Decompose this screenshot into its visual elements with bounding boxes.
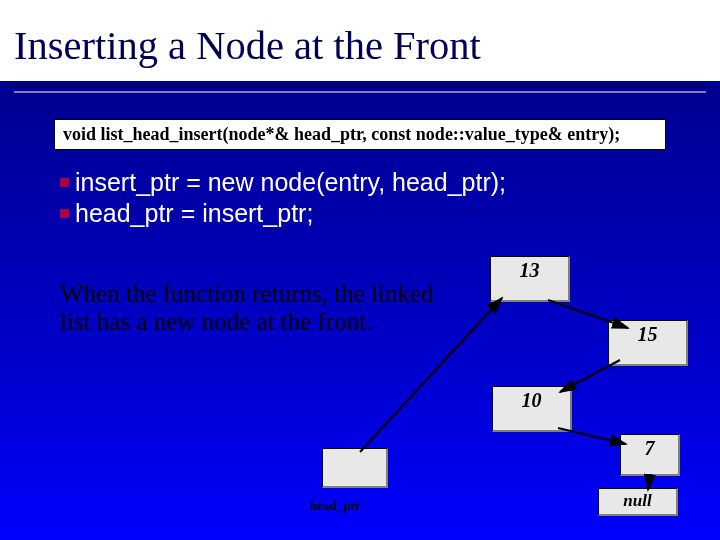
code-text-2: head_ptr = insert_ptr; xyxy=(75,199,313,228)
code-content: insert_ptr = new node(entry, head_ptr); … xyxy=(60,168,720,228)
head-ptr-box xyxy=(322,448,388,488)
node-15-value: 15 xyxy=(609,321,686,346)
node-7: 7 xyxy=(620,434,680,476)
signature-box: void list_head_insert(node*& head_ptr, c… xyxy=(54,119,666,150)
code-text-1: insert_ptr = new node(entry, head_ptr); xyxy=(75,168,506,197)
code-line-2: head_ptr = insert_ptr; xyxy=(60,199,720,228)
node-7-value: 7 xyxy=(621,435,678,460)
node-10: 10 xyxy=(492,386,572,432)
signature-text: void list_head_insert(node*& head_ptr, c… xyxy=(63,124,620,144)
divider-thick xyxy=(14,85,706,88)
bullet-icon xyxy=(60,178,69,187)
divider-thin xyxy=(14,91,706,93)
node-13-value: 13 xyxy=(491,257,568,282)
node-13: 13 xyxy=(490,256,570,302)
title-area: Inserting a Node at the Front xyxy=(0,0,720,81)
explanation-text: When the function returns, the linked li… xyxy=(60,280,440,336)
node-null: null xyxy=(598,488,678,516)
bullet-icon xyxy=(60,209,69,218)
node-null-value: null xyxy=(599,489,676,511)
node-10-value: 10 xyxy=(493,387,570,412)
code-line-1: insert_ptr = new node(entry, head_ptr); xyxy=(60,168,720,197)
head-ptr-label: head_ptr xyxy=(310,498,361,514)
node-15: 15 xyxy=(608,320,688,366)
page-title: Inserting a Node at the Front xyxy=(14,22,706,69)
